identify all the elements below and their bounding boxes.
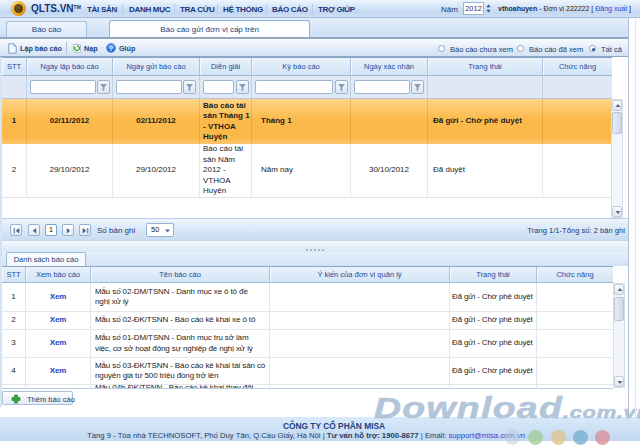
svg-text:?: ? <box>109 45 113 52</box>
